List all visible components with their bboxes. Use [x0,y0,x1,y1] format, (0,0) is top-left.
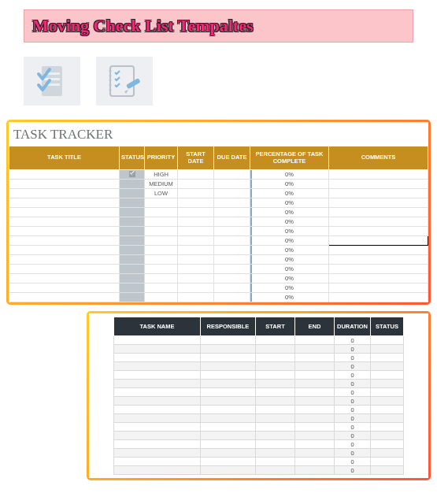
table-row: 0% [9,274,428,284]
table-row: 0 [114,406,404,414]
checklist-clipboard-icon[interactable] [24,57,80,106]
svg-point-5 [109,70,112,72]
table-row: 0 [114,440,404,449]
title-text: Moving Check List Tempaltes [32,16,405,36]
table-row: 0 [114,345,404,354]
table-row: 0% [9,227,428,236]
col-status2: STATUS [371,317,404,336]
table-row: 0% [9,236,428,246]
table-row: 0 [114,354,404,362]
svg-rect-2 [44,78,60,80]
table-row: 0% [9,293,428,302]
tracker-table: TASK TITLE STATUS PRIORITY START DATE DU… [9,146,428,302]
tracker-header-row: TASK TITLE STATUS PRIORITY START DATE DU… [9,146,428,170]
task-tracker-template[interactable]: TASK TRACKER TASK TITLE STATUS PRIORITY … [6,120,431,305]
table-row: 0% [9,246,428,255]
task-plan-template[interactable]: TASK NAME RESPONSIBLE START END DURATION… [87,311,431,480]
table-row: LOW0% [9,189,428,198]
notebook-pencil-icon[interactable] [96,57,153,106]
table-row: 0 [114,388,404,397]
tracker-title: TASK TRACKER [9,122,428,146]
col-comments: COMMENTS [329,146,428,170]
table-row: MEDIUM0% [9,180,428,189]
col-task-name: TASK NAME [114,317,201,336]
svg-marker-11 [124,90,128,94]
svg-point-8 [109,84,112,87]
col-status: STATUS [120,146,145,170]
col-pct-complete: PERCENTAGE OF TASK COMPLETE [250,146,329,170]
table-row: 0% [9,198,428,208]
svg-point-7 [109,80,112,82]
table-row: 0 [114,466,404,475]
svg-point-6 [109,75,112,77]
plan-table: TASK NAME RESPONSIBLE START END DURATION… [113,317,404,475]
col-priority: PRIORITY [145,146,178,170]
svg-rect-0 [42,66,62,96]
table-row: 0 [114,371,404,380]
table-row: 0 [114,432,404,440]
table-row: 0% [9,217,428,227]
col-due-date: DUE DATE [214,146,250,170]
svg-point-9 [109,89,112,91]
plan-header-row: TASK NAME RESPONSIBLE START END DURATION… [114,317,404,336]
table-row: 0 [114,458,404,466]
table-row: 0 [114,362,404,371]
col-task-title: TASK TITLE [9,146,120,170]
col-responsible: RESPONSIBLE [201,317,256,336]
col-duration: DURATION [335,317,371,336]
table-row: 0 [114,336,404,345]
template-thumbnails [24,57,413,106]
col-start: START [256,317,295,336]
svg-rect-4 [110,66,134,96]
title-banner: Moving Check List Tempaltes [24,9,413,43]
table-row: 0 [114,380,404,388]
table-row: 0% [9,255,428,265]
table-row: 0 [114,423,404,432]
table-row: 0% [9,265,428,274]
table-row: 0 [114,414,404,423]
table-row: 0 [114,397,404,406]
table-row: HIGH0% [9,170,428,180]
col-end: END [295,317,335,336]
col-start-date: START DATE [178,146,214,170]
table-row: 0 [114,449,404,458]
table-row: 0% [9,208,428,217]
table-row: 0% [9,284,428,293]
